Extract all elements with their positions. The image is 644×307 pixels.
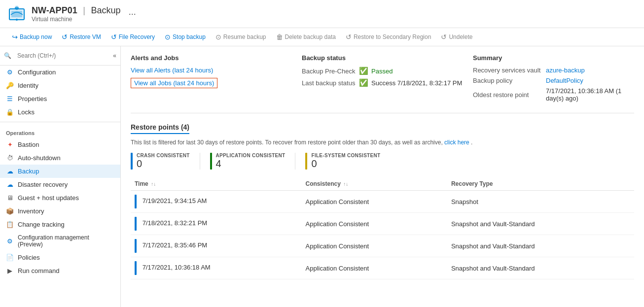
sidebar-item-locks[interactable]: 🔒 Locks: [0, 105, 120, 119]
table-header: Time ↑↓ Consistency ↑↓ Recovery Type: [131, 177, 634, 191]
restore-points-title: Restore points (4): [131, 123, 189, 134]
sidebar-item-label: Run command: [18, 267, 60, 274]
sidebar-item-guest-host-updates[interactable]: 🖥 Guest + host updates: [0, 191, 120, 205]
crash-consistent-count: 0: [137, 158, 190, 170]
application-consistent-label: APPLICATION CONSISTENT: [216, 153, 286, 158]
identity-icon: 🔑: [6, 82, 14, 89]
bastion-icon: ✦: [6, 141, 14, 148]
sidebar-item-label: Change tracking: [18, 221, 65, 228]
filesystem-consistent-count: 0: [311, 158, 380, 170]
header-ellipsis[interactable]: ···: [129, 9, 136, 19]
policy-row: Backup policy DefaultPolicy: [473, 77, 634, 84]
last-backup-row: Last backup status ✅ Success 7/18/2021, …: [302, 78, 463, 87]
restore-secondary-icon: ↺: [346, 33, 352, 41]
sidebar-item-policies[interactable]: 📄 Policies: [0, 251, 120, 264]
sidebar-item-config-management[interactable]: ⚙ Configuration management (Preview): [0, 231, 120, 251]
col-consistency[interactable]: Consistency ↑↓: [302, 177, 447, 191]
filesystem-consistent-bar: [305, 153, 307, 170]
sidebar-content: ⚙ Configuration 🔑 Identity ☰ Properties …: [0, 66, 120, 307]
table-row[interactable]: 7/17/2021, 8:35:46 PM Application Consis…: [131, 235, 634, 257]
oldest-restore-row: Oldest restore point 7/17/2021, 10:36:18…: [473, 87, 634, 102]
table-row[interactable]: 7/19/2021, 9:34:15 AM Application Consis…: [131, 191, 634, 213]
delete-backup-button[interactable]: 🗑 Delete backup data: [272, 31, 340, 43]
sidebar-item-label: Properties: [18, 95, 47, 102]
sidebar-item-configuration[interactable]: ⚙ Configuration: [0, 66, 120, 79]
sidebar-item-inventory[interactable]: 📦 Inventory: [0, 205, 120, 218]
vault-label: Recovery services vault: [473, 67, 542, 74]
guest-host-icon: 🖥: [6, 194, 14, 202]
policies-icon: 📄: [6, 254, 14, 261]
row-indicator: [135, 261, 137, 275]
restore-vm-button[interactable]: ↺ Restore VM: [58, 31, 105, 43]
sidebar-item-label: Policies: [18, 254, 40, 261]
row3-time: 7/17/2021, 8:35:46 PM: [131, 235, 302, 257]
sidebar-item-auto-shutdown[interactable]: ⏱ Auto-shutdown: [0, 151, 120, 165]
backup-status-section: Backup status Backup Pre-Check ✅ Passed …: [302, 54, 463, 105]
sidebar-item-disaster-recovery[interactable]: ☁ Disaster recovery: [0, 178, 120, 191]
application-consistent-block: APPLICATION CONSISTENT 4: [210, 153, 286, 170]
oldest-value: 7/17/2021, 10:36:18 AM (1 day(s) ago): [546, 87, 634, 102]
sidebar-item-label: Configuration management (Preview): [18, 234, 114, 248]
sidebar-item-backup[interactable]: ☁ Backup: [0, 165, 120, 178]
main-layout: 🔍 « ⚙ Configuration 🔑 Identity ☰ Propert…: [0, 46, 644, 307]
sidebar-item-change-tracking[interactable]: 📋 Change tracking: [0, 218, 120, 231]
table-row[interactable]: 7/18/2021, 8:32:21 PM Application Consis…: [131, 213, 634, 235]
vault-row: Recovery services vault azure-backup: [473, 67, 634, 74]
sidebar-item-run-command[interactable]: ▶ Run command: [0, 264, 120, 277]
restore-points-desc: This list is filtered for last 30 days o…: [131, 139, 634, 146]
table-row[interactable]: 7/17/2021, 10:36:18 AM Application Consi…: [131, 257, 634, 279]
search-input[interactable]: [13, 50, 92, 61]
collapse-sidebar-icon[interactable]: «: [113, 52, 116, 59]
page-title: Backup: [91, 5, 121, 15]
stop-backup-button[interactable]: ⊙ Stop backup: [161, 31, 210, 43]
restore-points-section: Restore points (4) This list is filtered…: [131, 123, 634, 279]
application-consistent-bar: [210, 153, 212, 170]
inventory-icon: 📦: [6, 207, 14, 215]
crash-consistent-bar: [131, 153, 133, 170]
vault-value[interactable]: azure-backup: [546, 67, 585, 74]
row4-recovery-type: Snapshot and Vault-Standard: [447, 257, 634, 279]
time-sort-icon: ↑↓: [151, 181, 156, 187]
config-mgmt-icon: ⚙: [6, 238, 14, 245]
backup-icon: ☁: [6, 168, 14, 175]
summary-sections: Alerts and Jobs View all Alerts (last 24…: [131, 54, 634, 113]
file-recovery-button[interactable]: ↺ File Recovery: [107, 31, 159, 43]
view-alerts-link[interactable]: View all Alerts (last 24 hours): [131, 67, 213, 74]
last-backup-value: Success 7/18/2021, 8:32:17 PM: [371, 79, 462, 87]
undelete-button[interactable]: ↺ Undelete: [437, 31, 476, 43]
sidebar-item-label: Configuration: [18, 68, 56, 76]
sidebar-item-bastion[interactable]: ✦ Bastion: [0, 138, 120, 151]
row2-recovery-type: Snapshot and Vault-Standard: [447, 213, 634, 235]
backup-now-button[interactable]: ↩ Backup now: [8, 31, 56, 43]
summary-section: Summary Recovery services vault azure-ba…: [473, 54, 634, 105]
svg-rect-2: [11, 11, 22, 17]
alerts-jobs-section: Alerts and Jobs View all Alerts (last 24…: [131, 54, 292, 105]
consistency-divider1: [200, 153, 200, 170]
restore-secondary-label: Restore to Secondary Region: [354, 34, 431, 40]
file-recovery-icon: ↺: [111, 33, 117, 41]
col-time[interactable]: Time ↑↓: [131, 177, 302, 191]
view-jobs-link[interactable]: View all Jobs (last 24 hours): [131, 78, 217, 88]
configuration-icon: ⚙: [6, 68, 14, 76]
crash-consistent-label: CRASH CONSISTENT: [137, 153, 190, 158]
row-indicator: [135, 217, 137, 231]
click-here-link[interactable]: click here: [444, 139, 469, 146]
restore-secondary-button[interactable]: ↺ Restore to Secondary Region: [342, 31, 435, 43]
crash-consistent-block: CRASH CONSISTENT 0: [131, 153, 190, 170]
alerts-jobs-title: Alerts and Jobs: [131, 54, 292, 62]
vm-icon: [8, 5, 26, 23]
sidebar-item-label: Disaster recovery: [18, 181, 68, 188]
resume-backup-button[interactable]: ⊙ Resume backup: [212, 31, 270, 43]
restore-vm-icon: ↺: [62, 33, 68, 41]
row1-time: 7/19/2021, 9:34:15 AM: [131, 191, 302, 213]
policy-value[interactable]: DefaultPolicy: [546, 77, 583, 84]
vm-name: NW-APP01: [32, 5, 77, 15]
operations-group-label: Operations: [0, 125, 120, 138]
sidebar-item-identity[interactable]: 🔑 Identity: [0, 79, 120, 92]
consistency-counts: CRASH CONSISTENT 0 APPLICATION CONSISTEN…: [131, 153, 634, 170]
row1-consistency: Application Consistent: [302, 191, 447, 213]
sidebar-item-properties[interactable]: ☰ Properties: [0, 92, 120, 105]
precheck-value: Passed: [371, 68, 393, 75]
filesystem-consistent-info: FILE-SYSTEM CONSISTENT 0: [311, 153, 380, 170]
row1-recovery-type: Snapshot: [447, 191, 634, 213]
